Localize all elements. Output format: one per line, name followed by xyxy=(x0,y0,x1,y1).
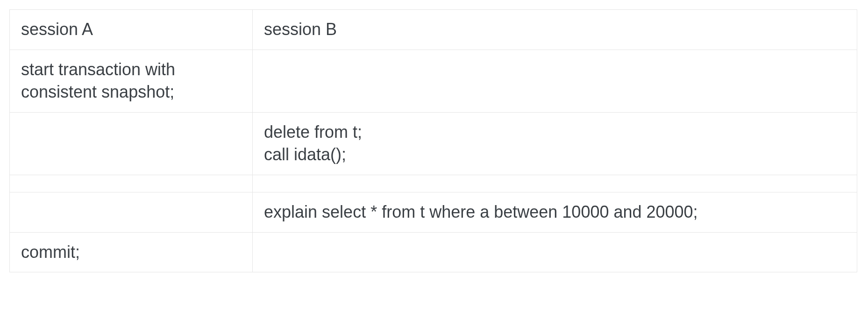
cell-session-a xyxy=(10,192,253,232)
header-session-a: session A xyxy=(10,10,253,50)
table-row: start transaction with consistent snapsh… xyxy=(10,50,857,112)
table-row xyxy=(10,175,857,192)
session-table: session A session B start transaction wi… xyxy=(9,9,857,272)
cell-session-b xyxy=(253,50,857,112)
table-row: commit; xyxy=(10,232,857,272)
table-header-row: session A session B xyxy=(10,10,857,50)
cell-session-a: commit; xyxy=(10,232,253,272)
cell-session-b: explain select * from t where a between … xyxy=(253,192,857,232)
table-row: delete from t; call idata(); xyxy=(10,112,857,175)
cell-session-a xyxy=(10,175,253,192)
table-row: explain select * from t where a between … xyxy=(10,192,857,232)
cell-session-a xyxy=(10,112,253,175)
cell-session-b xyxy=(253,175,857,192)
header-session-b: session B xyxy=(253,10,857,50)
cell-session-b: delete from t; call idata(); xyxy=(253,112,857,175)
cell-session-b xyxy=(253,232,857,272)
cell-session-a: start transaction with consistent snapsh… xyxy=(10,50,253,112)
